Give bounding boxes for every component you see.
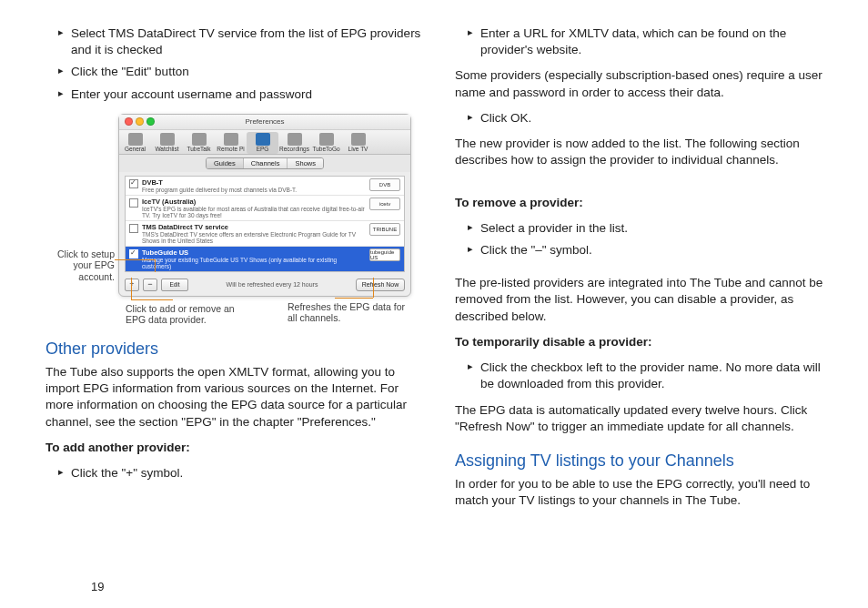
para-refresh: The EPG data is automatically updated ev…: [455, 402, 832, 435]
toolbar-livetv[interactable]: Live TV: [342, 132, 374, 154]
bullet: Select TMS DataDirect TV service from th…: [62, 25, 422, 58]
provider-badge: tubeguide US: [369, 248, 400, 261]
disable-bullets: Click the checkbox left to the provider …: [455, 360, 832, 392]
refresh-interval-text: Will be refreshed every 12 hours: [192, 281, 352, 288]
tab-guides[interactable]: Guides: [207, 158, 244, 168]
right-column: Enter a URL for XMLTV data, which can be…: [455, 25, 832, 518]
assigning-body: In order for you to be able to use the E…: [455, 476, 832, 509]
callout-edit: Click to setup your EPG account.: [40, 248, 115, 283]
provider-row[interactable]: TMS DataDirect TV serviceTMS's DataDirec…: [126, 221, 404, 247]
provider-badge: DVB: [369, 178, 400, 191]
tab-shows[interactable]: Shows: [288, 158, 323, 168]
bullet: Click the checkbox left to the provider …: [471, 360, 832, 392]
bullet: Click the "Edit" button: [62, 64, 422, 80]
url-bullet: Enter a URL for XMLTV data, which can be…: [455, 25, 832, 58]
other-providers-body: The Tube also supports the open XMLTV fo…: [45, 364, 422, 431]
toolbar-tubetalk[interactable]: TubeTalk: [183, 132, 215, 154]
toolbar-tubetogo[interactable]: TubeToGo: [310, 132, 342, 154]
toolbar-recordings[interactable]: Recordings: [278, 132, 310, 154]
prefs-toolbar: General Watchlist TubeTalk Remote Pi EPG…: [119, 130, 410, 155]
intro-bullets: Select TMS DataDirect TV service from th…: [45, 25, 422, 103]
provider-row[interactable]: IceTV (Australia)IceTV's EPG is availabl…: [126, 196, 404, 221]
bullet: Click the "–" symbol.: [471, 242, 832, 258]
provider-row-selected[interactable]: TubeGuide USManage your existing TubeGui…: [126, 247, 404, 271]
heading-assigning: Assigning TV listings to your Channels: [455, 451, 832, 471]
bullet: Enter your account username and password: [62, 86, 422, 103]
prefs-window: Preferences General Watchlist TubeTalk R…: [118, 114, 411, 297]
bullet: Click the "+" symbol.: [62, 465, 422, 481]
left-column: Select TMS DataDirect TV service from th…: [45, 25, 422, 518]
prefs-titlebar: Preferences: [119, 115, 410, 130]
remove-bullets: Select a provider in the list. Click the…: [455, 220, 832, 258]
toolbar-general[interactable]: General: [119, 132, 151, 154]
window-title: Preferences: [119, 117, 410, 126]
remove-provider-heading: To remove a provider:: [455, 195, 832, 211]
provider-checkbox[interactable]: [129, 179, 138, 188]
prefs-tabs: Guides Channels Shows: [119, 155, 410, 172]
add-provider-bullets: Click the "+" symbol.: [45, 465, 422, 481]
para-auth: Some providers (especially subscription-…: [455, 67, 832, 100]
refresh-now-button[interactable]: Refresh Now: [356, 279, 405, 291]
heading-other-providers: Other providers: [45, 339, 422, 359]
provider-checkbox[interactable]: [129, 224, 138, 233]
add-provider-button[interactable]: +: [125, 279, 139, 291]
provider-badge: icetv: [369, 198, 400, 210]
toolbar-watchlist[interactable]: Watchlist: [151, 132, 183, 154]
preferences-screenshot: Preferences General Watchlist TubeTalk R…: [45, 114, 422, 323]
toolbar-epg[interactable]: EPG: [247, 132, 278, 154]
provider-badge: TRIBUNE: [369, 223, 400, 236]
edit-provider-button[interactable]: Edit: [161, 279, 188, 291]
prefs-bottom-bar: + − Edit Will be refreshed every 12 hour…: [119, 276, 410, 296]
bullet: Click OK.: [471, 110, 832, 127]
para-added: The new provider is now added to the lis…: [455, 136, 832, 168]
bullet: Enter a URL for XMLTV data, which can be…: [471, 25, 832, 58]
page-number: 19: [91, 580, 104, 593]
toolbar-remote[interactable]: Remote Pi: [215, 132, 247, 154]
add-provider-heading: To add another provider:: [45, 440, 422, 456]
callout-refresh: Refreshes the EPG data for all channels.: [288, 301, 415, 324]
ok-bullet: Click OK.: [455, 110, 832, 127]
remove-provider-button[interactable]: −: [143, 279, 157, 291]
tab-channels[interactable]: Channels: [244, 158, 288, 168]
provider-checkbox[interactable]: [129, 198, 138, 208]
disable-provider-heading: To temporarily disable a provider:: [455, 334, 832, 350]
provider-list: DVB-TFree program guide delivered by mos…: [125, 176, 405, 272]
provider-checkbox[interactable]: [129, 249, 138, 258]
bullet: Select a provider in the list.: [471, 220, 832, 237]
provider-row[interactable]: DVB-TFree program guide delivered by mos…: [126, 177, 404, 196]
callout-add-remove: Click to add or remove an EPG data provi…: [126, 303, 253, 326]
para-prelisted: The pre-listed providers are integrated …: [455, 275, 832, 325]
